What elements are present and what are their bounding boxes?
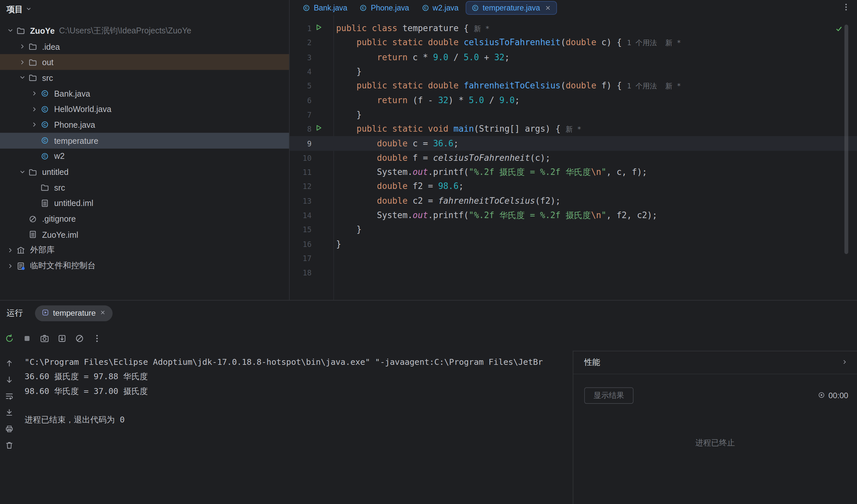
line-number: 6 <box>290 96 312 105</box>
code-line-11[interactable]: 11 System.out.printf("%.2f 摄氏度 = %.2f 华氏… <box>290 165 857 179</box>
rerun-icon <box>4 334 14 343</box>
show-results-button[interactable]: 显示结果 <box>584 387 633 404</box>
screenshot-button[interactable] <box>36 330 52 347</box>
tree-item-.idea[interactable]: .idea <box>0 39 289 54</box>
tree-item-untitled[interactable]: untitled <box>0 164 289 180</box>
editor-tab-Phone.java[interactable]: CPhone.java <box>354 1 414 15</box>
more-button[interactable] <box>88 330 105 347</box>
tab-close-button[interactable] <box>544 4 552 12</box>
folder-icon <box>29 42 37 51</box>
tree-expand-chevron[interactable] <box>29 90 40 97</box>
tree-expand-chevron[interactable] <box>4 27 16 34</box>
inspections-ok-icon[interactable] <box>835 25 843 35</box>
tree-item-HelloWorld.java[interactable]: CHelloWorld.java <box>0 101 289 117</box>
record-icon <box>817 391 825 399</box>
console-line <box>24 398 573 413</box>
tree-item-src[interactable]: src <box>0 180 289 195</box>
thread-dump-button[interactable] <box>54 330 70 347</box>
code-line-9[interactable]: 9 double c = 36.6; <box>290 136 857 151</box>
performance-collapse-chevron[interactable] <box>841 358 848 367</box>
clear-icon <box>75 334 84 343</box>
code-line-2[interactable]: 2 public static double celsiusToFahrenhe… <box>290 36 857 50</box>
trash-button[interactable] <box>3 441 15 450</box>
tree-expand-chevron[interactable] <box>16 42 29 50</box>
timer-value: 00:00 <box>828 392 848 400</box>
code-line-17[interactable]: 17 <box>290 251 857 265</box>
tree-expand-chevron[interactable] <box>16 74 29 82</box>
run-tab-close-button[interactable] <box>100 309 106 318</box>
tree-item-ZuoYe.iml[interactable]: ZuoYe.iml <box>0 227 289 242</box>
arrow-down-button[interactable] <box>3 375 15 384</box>
line-number: 17 <box>290 254 312 263</box>
tree-item-临时文件和控制台[interactable]: 临时文件和控制台 <box>0 258 289 274</box>
rerun-button[interactable] <box>1 330 17 347</box>
svg-text:C: C <box>43 138 46 143</box>
editor-tab-Bank.java[interactable]: CBank.java <box>298 1 353 15</box>
print-button[interactable] <box>3 424 15 433</box>
soft-wrap-button[interactable] <box>3 392 15 400</box>
tree-expand-chevron[interactable] <box>29 121 40 128</box>
line-number: 7 <box>290 110 312 119</box>
code-line-6[interactable]: 6 return (f - 32) * 5.0 / 9.0; <box>290 93 857 107</box>
clear-button[interactable] <box>71 330 87 347</box>
code-line-14[interactable]: 14 System.out.printf("%.2f 华氏度 = %.2f 摄氏… <box>290 208 857 222</box>
editor-scrollbar[interactable] <box>844 24 848 254</box>
code-line-1[interactable]: 1public class temperature { 新 * <box>290 21 857 36</box>
scroll-end-button[interactable] <box>3 408 15 417</box>
run-line-icon[interactable] <box>315 23 322 33</box>
tree-expand-chevron[interactable] <box>29 105 40 113</box>
tree-item-外部库[interactable]: 外部库 <box>0 242 289 258</box>
tree-expand-chevron[interactable] <box>4 262 16 270</box>
tree-item-untitled.iml[interactable]: untitled.iml <box>0 195 289 211</box>
svg-text:C: C <box>43 123 46 127</box>
svg-text:C: C <box>305 5 308 10</box>
arrow-down-icon <box>5 375 14 384</box>
chevron-down-icon[interactable] <box>25 5 32 13</box>
tree-item-out[interactable]: out <box>0 54 289 70</box>
code-line-7[interactable]: 7 } <box>290 107 857 122</box>
chevron-right-icon[interactable] <box>841 358 848 365</box>
close-icon[interactable] <box>100 309 106 316</box>
editor-tab-temperature.java[interactable]: Ctemperature.java <box>466 1 557 15</box>
code-line-15[interactable]: 15 } <box>290 222 857 237</box>
line-number: 16 <box>290 240 312 248</box>
code-line-8[interactable]: 8 public static void main(String[] args)… <box>290 122 857 136</box>
code-line-5[interactable]: 5 public static double fahrenheitToCelsi… <box>290 79 857 93</box>
code-line-10[interactable]: 10 double f = celsiusToFahrenheit(c); <box>290 151 857 165</box>
tree-item-temperature[interactable]: Ctemperature <box>0 133 289 149</box>
tree-item-Phone.java[interactable]: CPhone.java <box>0 117 289 133</box>
code-line-4[interactable]: 4 } <box>290 65 857 79</box>
code-line-18[interactable]: 18 <box>290 265 857 280</box>
more-icon[interactable] <box>842 3 851 12</box>
code-line-3[interactable]: 3 return c * 9.0 / 5.0 + 32; <box>290 50 857 65</box>
tree-item-w2[interactable]: Cw2 <box>0 149 289 164</box>
tree-expand-chevron[interactable] <box>4 246 16 254</box>
console-output[interactable]: "C:\Program Files\Eclipse Adoptium\jdk-1… <box>19 351 573 504</box>
tree-item-.gitignore[interactable]: .gitignore <box>0 211 289 227</box>
project-panel-dropdown[interactable] <box>25 4 32 14</box>
tree-item-Bank.java[interactable]: CBank.java <box>0 86 289 102</box>
code-line-16[interactable]: 16} <box>290 237 857 251</box>
ide-window: 项目 ZuoYeC:\Users\王泯钧\IdeaProjects\ZuoYe.… <box>0 0 857 504</box>
close-icon <box>544 4 552 12</box>
tab-options-button[interactable] <box>842 3 851 14</box>
run-line-icon[interactable] <box>315 124 322 134</box>
console-line: 进程已结束，退出代码为 0 <box>24 413 573 427</box>
code-editor[interactable]: 1public class temperature { 新 *2 public … <box>290 15 857 300</box>
project-panel-header[interactable]: 项目 <box>0 0 289 19</box>
code-line-13[interactable]: 13 double c2 = fahrenheitToCelsius(f2); <box>290 194 857 208</box>
stop-button[interactable] <box>19 330 35 347</box>
line-number: 4 <box>290 67 312 76</box>
tree-item-src[interactable]: src <box>0 70 289 86</box>
class-icon: C <box>421 4 430 12</box>
arrow-up-button[interactable] <box>3 359 15 368</box>
run-tab[interactable]: temperature <box>35 305 113 321</box>
class-icon: C <box>40 152 49 161</box>
line-number: 10 <box>290 153 312 162</box>
editor-tab-w2.java[interactable]: Cw2.java <box>416 1 464 15</box>
check-icon[interactable] <box>835 25 843 33</box>
tree-item-ZuoYe[interactable]: ZuoYeC:\Users\王泯钧\IdeaProjects\ZuoYe <box>0 23 289 39</box>
code-line-12[interactable]: 12 double f2 = 98.6; <box>290 179 857 194</box>
tree-expand-chevron[interactable] <box>16 168 29 175</box>
tree-expand-chevron[interactable] <box>16 58 29 66</box>
